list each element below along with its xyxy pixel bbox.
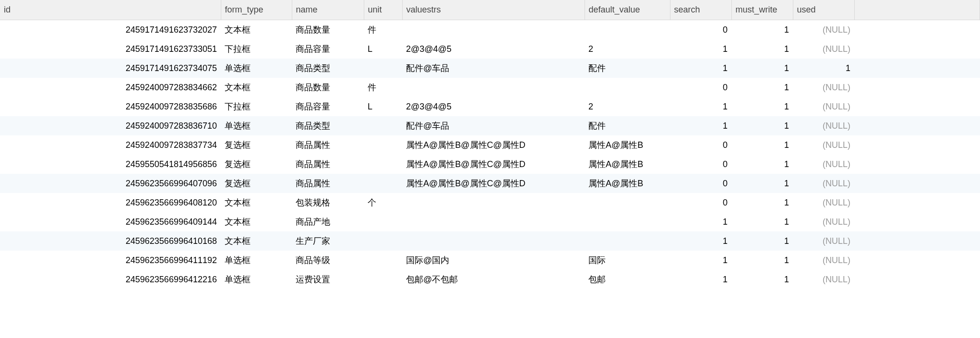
cell-search[interactable]: 0 <box>670 20 731 40</box>
cell-form-type[interactable]: 单选框 <box>221 270 292 289</box>
cell-form-type[interactable]: 文本框 <box>221 20 292 40</box>
cell-name[interactable]: 商品属性 <box>292 174 364 193</box>
cell-unit[interactable] <box>364 231 402 251</box>
cell-valuestrs[interactable]: 属性A@属性B@属性C@属性D <box>402 174 585 193</box>
cell-used[interactable]: 1 <box>793 59 854 78</box>
cell-id[interactable]: 2459171491623733051 <box>0 39 221 59</box>
cell-valuestrs[interactable]: 2@3@4@5 <box>402 97 585 116</box>
cell-default-value[interactable] <box>585 231 670 251</box>
cell-default-value[interactable]: 国际 <box>585 251 670 270</box>
cell-search[interactable]: 0 <box>670 193 731 212</box>
table-row[interactable]: 2459623566996411192单选框商品等级国际@国内国际11(NULL… <box>0 251 980 270</box>
cell-form-type[interactable]: 单选框 <box>221 251 292 270</box>
cell-valuestrs[interactable] <box>402 212 585 231</box>
cell-must-write[interactable]: 1 <box>731 135 793 155</box>
cell-search[interactable]: 1 <box>670 116 731 135</box>
cell-search[interactable]: 0 <box>670 78 731 97</box>
cell-tail[interactable] <box>854 97 980 116</box>
cell-id[interactable]: 2459623566996407096 <box>0 174 221 193</box>
cell-valuestrs[interactable] <box>402 193 585 212</box>
cell-unit[interactable] <box>364 135 402 155</box>
column-header-must-write[interactable]: must_write <box>731 0 793 20</box>
cell-unit[interactable]: 件 <box>364 20 402 40</box>
cell-tail[interactable] <box>854 20 980 40</box>
cell-used[interactable]: (NULL) <box>793 231 854 251</box>
cell-unit[interactable]: L <box>364 39 402 59</box>
cell-default-value[interactable]: 配件 <box>585 59 670 78</box>
cell-default-value[interactable]: 属性A@属性B <box>585 135 670 155</box>
cell-id[interactable]: 2459623566996410168 <box>0 231 221 251</box>
cell-used[interactable]: (NULL) <box>793 39 854 59</box>
cell-tail[interactable] <box>854 231 980 251</box>
cell-name[interactable]: 运费设置 <box>292 270 364 289</box>
cell-valuestrs[interactable] <box>402 78 585 97</box>
cell-search[interactable]: 1 <box>670 59 731 78</box>
table-row[interactable]: 2459623566996410168文本框生产厂家11(NULL) <box>0 231 980 251</box>
cell-must-write[interactable]: 1 <box>731 231 793 251</box>
cell-must-write[interactable]: 1 <box>731 212 793 231</box>
cell-must-write[interactable]: 1 <box>731 78 793 97</box>
cell-used[interactable]: (NULL) <box>793 155 854 174</box>
cell-unit[interactable]: 个 <box>364 193 402 212</box>
cell-name[interactable]: 商品容量 <box>292 97 364 116</box>
table-row[interactable]: 2459623566996408120文本框包装规格个01(NULL) <box>0 193 980 212</box>
cell-must-write[interactable]: 1 <box>731 97 793 116</box>
cell-valuestrs[interactable]: 属性A@属性B@属性C@属性D <box>402 155 585 174</box>
cell-unit[interactable] <box>364 212 402 231</box>
table-row[interactable]: 2459240097283834662文本框商品数量件01(NULL) <box>0 78 980 97</box>
cell-name[interactable]: 生产厂家 <box>292 231 364 251</box>
cell-valuestrs[interactable] <box>402 20 585 40</box>
cell-search[interactable]: 1 <box>670 39 731 59</box>
cell-default-value[interactable] <box>585 78 670 97</box>
cell-unit[interactable] <box>364 116 402 135</box>
cell-used[interactable]: (NULL) <box>793 174 854 193</box>
cell-default-value[interactable]: 包邮 <box>585 270 670 289</box>
cell-unit[interactable]: L <box>364 97 402 116</box>
cell-used[interactable]: (NULL) <box>793 135 854 155</box>
cell-tail[interactable] <box>854 193 980 212</box>
cell-name[interactable]: 商品属性 <box>292 155 364 174</box>
cell-tail[interactable] <box>854 212 980 231</box>
cell-valuestrs[interactable] <box>402 231 585 251</box>
cell-form-type[interactable]: 下拉框 <box>221 39 292 59</box>
cell-must-write[interactable]: 1 <box>731 20 793 40</box>
table-row[interactable]: 2459240097283836710单选框商品类型配件@车品配件11(NULL… <box>0 116 980 135</box>
cell-must-write[interactable]: 1 <box>731 59 793 78</box>
cell-form-type[interactable]: 单选框 <box>221 116 292 135</box>
cell-form-type[interactable]: 单选框 <box>221 59 292 78</box>
cell-tail[interactable] <box>854 135 980 155</box>
column-header-form-type[interactable]: form_type <box>221 0 292 20</box>
cell-name[interactable]: 商品类型 <box>292 116 364 135</box>
cell-must-write[interactable]: 1 <box>731 155 793 174</box>
cell-unit[interactable] <box>364 270 402 289</box>
cell-used[interactable]: (NULL) <box>793 97 854 116</box>
cell-search[interactable]: 0 <box>670 174 731 193</box>
cell-search[interactable]: 1 <box>670 270 731 289</box>
cell-id[interactable]: 2459240097283835686 <box>0 97 221 116</box>
cell-name[interactable]: 商品容量 <box>292 39 364 59</box>
cell-must-write[interactable]: 1 <box>731 39 793 59</box>
cell-default-value[interactable]: 属性A@属性B <box>585 174 670 193</box>
cell-form-type[interactable]: 文本框 <box>221 193 292 212</box>
cell-form-type[interactable]: 文本框 <box>221 78 292 97</box>
cell-tail[interactable] <box>854 39 980 59</box>
cell-must-write[interactable]: 1 <box>731 174 793 193</box>
cell-name[interactable]: 商品产地 <box>292 212 364 231</box>
cell-valuestrs[interactable]: 包邮@不包邮 <box>402 270 585 289</box>
column-header-search[interactable]: search <box>670 0 731 20</box>
cell-must-write[interactable]: 1 <box>731 116 793 135</box>
cell-form-type[interactable]: 下拉框 <box>221 97 292 116</box>
cell-search[interactable]: 1 <box>670 212 731 231</box>
cell-must-write[interactable]: 1 <box>731 251 793 270</box>
cell-search[interactable]: 1 <box>670 251 731 270</box>
cell-must-write[interactable]: 1 <box>731 193 793 212</box>
cell-search[interactable]: 0 <box>670 155 731 174</box>
cell-default-value[interactable]: 2 <box>585 39 670 59</box>
cell-default-value[interactable] <box>585 212 670 231</box>
cell-name[interactable]: 商品类型 <box>292 59 364 78</box>
cell-name[interactable]: 商品数量 <box>292 20 364 40</box>
cell-used[interactable]: (NULL) <box>793 116 854 135</box>
table-row[interactable]: 2459171491623732027文本框商品数量件01(NULL) <box>0 20 980 40</box>
cell-default-value[interactable]: 属性A@属性B <box>585 155 670 174</box>
cell-default-value[interactable]: 配件 <box>585 116 670 135</box>
